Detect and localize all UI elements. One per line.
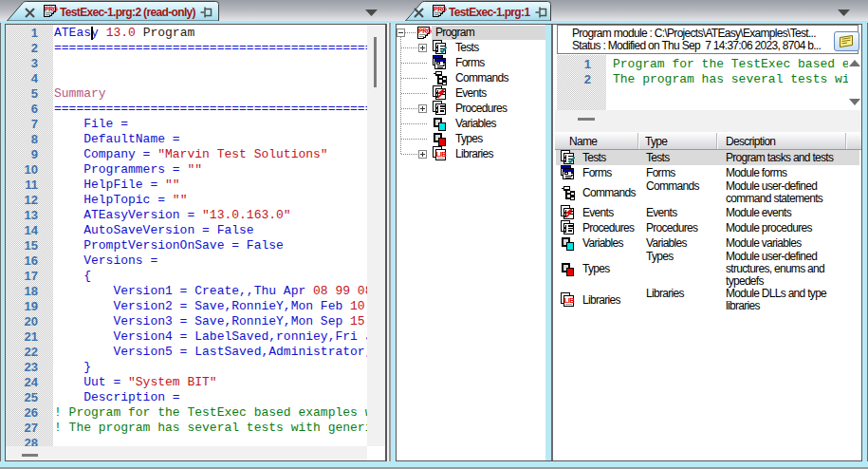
svg-text:LIB: LIB: [564, 296, 575, 305]
svg-text:PRG: PRG: [434, 6, 447, 12]
svg-text:LIB: LIB: [436, 150, 447, 159]
svg-text:PRG: PRG: [45, 6, 58, 12]
svg-text:PRG: PRG: [418, 28, 432, 34]
